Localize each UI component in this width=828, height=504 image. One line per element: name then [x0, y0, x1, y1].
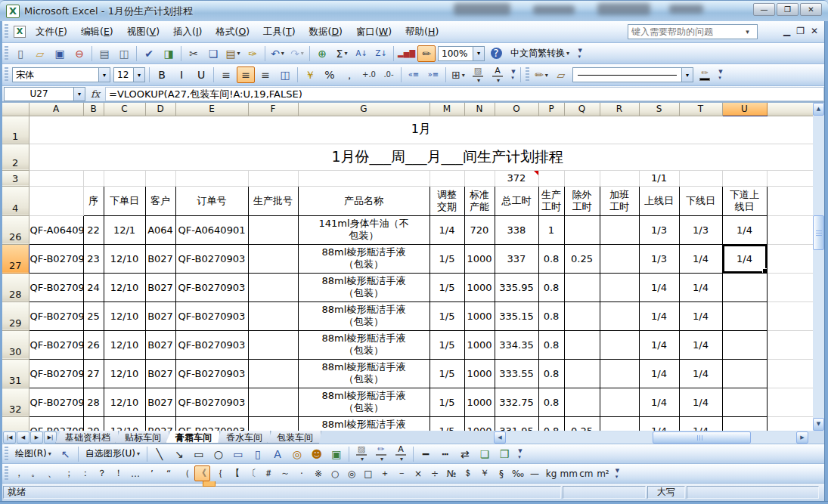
- cell-D27[interactable]: B027: [145, 244, 175, 273]
- cell-stub[interactable]: [767, 273, 813, 301]
- print-button[interactable]: ▤: [95, 45, 113, 62]
- column-header-E[interactable]: E: [175, 103, 248, 116]
- cell-title-month[interactable]: 1月: [29, 116, 813, 144]
- cell-M27[interactable]: 1/5: [430, 244, 464, 273]
- row-header-27[interactable]: 27: [2, 244, 29, 273]
- toolbar-grip[interactable]: [5, 67, 8, 82]
- cell-B31[interactable]: 27: [83, 359, 104, 388]
- worksheet-grid[interactable]: ABCDEFGMNOPQRSTU11月21月份___周___月___间生产计划排…: [2, 103, 813, 431]
- symbol-button-6[interactable]: ！: [111, 465, 127, 481]
- cell-Q28[interactable]: [564, 273, 600, 301]
- cell-R33[interactable]: [600, 416, 639, 431]
- cell-D32[interactable]: B027: [145, 388, 175, 416]
- align-right-button[interactable]: ≡: [256, 66, 274, 83]
- symbol-button-29[interactable]: §: [494, 465, 510, 481]
- cell-A31[interactable]: QF-B02709: [29, 359, 83, 388]
- row-header-2[interactable]: 2: [2, 144, 29, 170]
- undo-button[interactable]: ↶▾: [268, 45, 287, 62]
- cell-P33[interactable]: 0.8: [538, 416, 564, 431]
- line-color-button[interactable]: ✏: [696, 66, 714, 83]
- currency-style-button[interactable]: ￥: [301, 66, 319, 83]
- column-header-S[interactable]: S: [639, 103, 679, 116]
- cell-O30[interactable]: 334.35: [495, 330, 538, 359]
- wordart-button[interactable]: A: [268, 446, 287, 462]
- menu-item-2[interactable]: 视图(V): [120, 23, 166, 42]
- row-header-29[interactable]: 29: [2, 301, 29, 330]
- cell-U33[interactable]: [722, 416, 767, 431]
- draw-line-color-button[interactable]: ✏▾: [372, 446, 390, 462]
- cell-A26[interactable]: QF-A06409: [29, 215, 83, 244]
- vertical-scrollbar-thumb[interactable]: [813, 215, 824, 250]
- cell-F27[interactable]: [248, 244, 298, 273]
- maximize-button[interactable]: ❐: [777, 3, 799, 16]
- symbol-button-1[interactable]: 。: [28, 465, 44, 481]
- cell-T32[interactable]: 1/4: [679, 388, 722, 416]
- oval-button[interactable]: ○: [209, 446, 228, 462]
- erase-border-button[interactable]: ▱: [552, 66, 570, 83]
- symbol-button-34[interactable]: cm: [578, 465, 594, 481]
- table-header-F[interactable]: 生产批号: [248, 186, 298, 215]
- table-header-G[interactable]: 产品名称: [298, 186, 430, 215]
- toolbar-grip[interactable]: [5, 466, 8, 481]
- cell-P29[interactable]: 0.8: [538, 301, 564, 330]
- cell-O29[interactable]: 335.15: [495, 301, 538, 330]
- cell-E32[interactable]: QF-B0270903: [175, 388, 248, 416]
- cell-R29[interactable]: [600, 301, 639, 330]
- arrow-style-button[interactable]: ⇄: [456, 446, 474, 462]
- cell-N32[interactable]: 1000: [464, 388, 495, 416]
- column-header-P[interactable]: P: [538, 103, 564, 116]
- cell-U3[interactable]: [722, 170, 767, 186]
- symbol-button-16[interactable]: ～: [278, 465, 293, 481]
- cell-M31[interactable]: 1/5: [430, 359, 464, 388]
- cell-B32[interactable]: 28: [83, 388, 104, 416]
- cell-R30[interactable]: [600, 330, 639, 359]
- cell-C32[interactable]: 12/10: [104, 388, 145, 416]
- selected-cell-U27[interactable]: 1/4: [722, 244, 767, 273]
- menu-item-7[interactable]: 窗口(W): [349, 23, 398, 42]
- horizontal-scrollbar-thumb[interactable]: [653, 431, 751, 444]
- title-bar[interactable]: X Microsoft Excel - 1月份生产计划排程 — ❐ ✕: [0, 0, 828, 21]
- symbol-button-2[interactable]: 、: [45, 465, 60, 481]
- workbook-restore-button[interactable]: ❐: [796, 26, 805, 36]
- cell-U28[interactable]: [722, 273, 767, 301]
- cell-F30[interactable]: [248, 330, 298, 359]
- cell-M26[interactable]: 1/4: [430, 215, 464, 244]
- insert-hyperlink-button[interactable]: ⊕: [313, 45, 331, 62]
- research-button[interactable]: ◨: [160, 45, 178, 62]
- row-header-30[interactable]: 30: [2, 330, 29, 359]
- symbol-button-26[interactable]: №: [444, 465, 460, 481]
- increase-indent-button[interactable]: »≡: [424, 66, 442, 83]
- cell-T26[interactable]: 1/3: [679, 215, 722, 244]
- chinese-conversion-dropdown[interactable]: ▾: [566, 50, 569, 57]
- column-header-A[interactable]: A: [29, 103, 83, 116]
- table-header-D[interactable]: 客户: [145, 186, 175, 215]
- redo-button[interactable]: ↷▾: [288, 45, 306, 62]
- cell-N33[interactable]: 1000: [464, 416, 495, 431]
- column-header-U[interactable]: U: [722, 103, 767, 116]
- cell-A32[interactable]: QF-B02709: [29, 388, 83, 416]
- zoom-combo[interactable]: 100% ▾: [438, 46, 485, 61]
- tab-scroll-next[interactable]: ▶: [30, 431, 43, 444]
- cell-R27[interactable]: [600, 244, 639, 273]
- symbol-button-12[interactable]: ｛: [211, 465, 227, 481]
- cell-F28[interactable]: [248, 273, 298, 301]
- line-button[interactable]: ╲: [150, 446, 169, 462]
- row-header-3[interactable]: 3: [2, 170, 29, 186]
- table-header-S[interactable]: 上线日: [639, 186, 679, 215]
- cell-N27[interactable]: 1000: [464, 244, 495, 273]
- horizontal-scrollbar[interactable]: ◀ ▶: [494, 431, 808, 444]
- cell-T28[interactable]: 1/4: [679, 273, 722, 301]
- minimize-button[interactable]: —: [753, 3, 775, 16]
- toolbar-options-chevron[interactable]: ▼▾: [575, 45, 585, 62]
- cell-A30[interactable]: QF-B02709: [29, 330, 83, 359]
- cell-R3[interactable]: [600, 170, 639, 186]
- draw-border-button[interactable]: ✏▾: [532, 66, 550, 83]
- cell-E30[interactable]: QF-B0270903: [175, 330, 248, 359]
- menu-item-0[interactable]: 文件(F): [29, 23, 74, 42]
- close-button[interactable]: ✕: [800, 3, 822, 16]
- cell-G26[interactable]: 141ml身体牛油（不 包装）: [298, 215, 430, 244]
- cell-stub[interactable]: [767, 244, 813, 273]
- vertical-scrollbar[interactable]: ▲ ▼: [813, 103, 824, 431]
- cell-stub[interactable]: [767, 388, 813, 416]
- cell-O31[interactable]: 333.55: [495, 359, 538, 388]
